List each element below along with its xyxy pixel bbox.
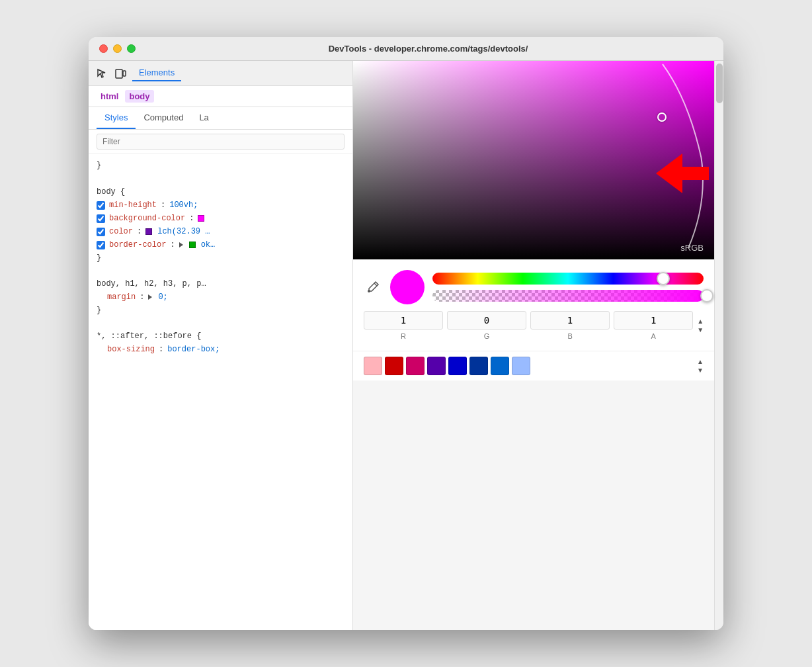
- rgba-r-group: R: [364, 311, 443, 340]
- swatch-purple[interactable]: [427, 357, 446, 375]
- close-button[interactable]: [99, 44, 108, 53]
- maximize-button[interactable]: [127, 44, 136, 53]
- gradient-cursor[interactable]: [657, 112, 667, 122]
- rgba-b-group: B: [530, 311, 610, 340]
- rgba-g-group: G: [447, 311, 526, 340]
- color-gradient[interactable]: sRGB: [353, 61, 714, 259]
- swatches-row: ▲ ▼: [353, 351, 714, 380]
- alpha-thumb[interactable]: [700, 289, 713, 302]
- css-area: } body { min-height : 100vh; backg: [89, 154, 352, 630]
- color-swatch[interactable]: [145, 228, 152, 235]
- css-rule-min-height: min-height : 100vh;: [97, 199, 345, 212]
- rgba-b-input[interactable]: [530, 311, 610, 330]
- filter-bar: [89, 130, 352, 154]
- css-closing-brace-2: }: [97, 251, 345, 265]
- swatch-hotpink[interactable]: [406, 357, 425, 375]
- cp-controls: R G B A ▲ ▼: [353, 259, 714, 351]
- svg-marker-2: [656, 154, 709, 193]
- rgba-inputs: R G B A ▲ ▼: [364, 311, 704, 340]
- css-rule-border-color: border-color : ok…: [97, 238, 345, 251]
- css-checkbox-border-color[interactable]: [97, 241, 105, 249]
- swatch-red[interactable]: [385, 357, 403, 375]
- rgba-a-label: A: [651, 332, 655, 340]
- tab-computed[interactable]: Computed: [136, 107, 191, 129]
- breadcrumb: html body: [89, 86, 352, 107]
- scrollbar[interactable]: [714, 61, 723, 630]
- swatch-pink[interactable]: [364, 357, 382, 375]
- svg-rect-1: [123, 71, 126, 76]
- rgba-spinner[interactable]: ▲ ▼: [697, 318, 704, 334]
- rgba-a-group: A: [614, 311, 693, 340]
- swatch-navy[interactable]: [469, 357, 488, 375]
- breadcrumb-html[interactable]: html: [97, 90, 122, 103]
- swatch-lightblue[interactable]: [512, 357, 530, 375]
- bg-color-swatch[interactable]: [198, 215, 204, 222]
- rgba-g-input[interactable]: [447, 311, 526, 330]
- devtools-panel: Elements html body Styles Computed La: [89, 61, 353, 630]
- colorpicker-panel: sRGB: [353, 61, 714, 630]
- css-rule-margin: margin : 0;: [97, 290, 345, 304]
- browser-window: DevTools - developer.chrome.com/tags/dev…: [89, 37, 723, 630]
- minimize-button[interactable]: [113, 44, 122, 53]
- breadcrumb-body[interactable]: body: [125, 90, 153, 103]
- css-rule-color: color : lch(32.39 …: [97, 225, 345, 238]
- srgb-label: sRGB: [680, 243, 704, 253]
- border-color-swatch[interactable]: [189, 242, 196, 248]
- rgba-r-label: R: [401, 332, 406, 340]
- css-selector-body-h1: body, h1, h2, h3, p, p…: [97, 277, 345, 290]
- swatch-blue[interactable]: [491, 357, 509, 375]
- swatch-darkblue[interactable]: [448, 357, 467, 375]
- device-icon[interactable]: [114, 67, 127, 80]
- filter-input[interactable]: [97, 134, 345, 150]
- eyedropper-button[interactable]: [364, 278, 382, 296]
- triangle-icon[interactable]: [179, 242, 183, 247]
- hue-thumb[interactable]: [657, 272, 670, 285]
- css-checkbox-bg-color[interactable]: [97, 214, 105, 223]
- cp-row1: [364, 270, 704, 304]
- traffic-lights: [99, 44, 136, 53]
- tab-layout[interactable]: La: [191, 107, 216, 129]
- rgba-b-label: B: [567, 332, 572, 340]
- rgba-a-input[interactable]: [614, 311, 693, 330]
- sliders-area: [432, 273, 704, 302]
- css-closing-brace-1: }: [97, 159, 345, 173]
- margin-triangle-icon[interactable]: [148, 294, 152, 300]
- alpha-slider[interactable]: [432, 290, 704, 302]
- red-arrow-annotation: [656, 154, 709, 193]
- rgba-g-label: G: [484, 332, 490, 340]
- titlebar: DevTools - developer.chrome.com/tags/dev…: [89, 37, 723, 61]
- css-selector-star: *, ::after, ::before {: [97, 330, 345, 343]
- rgba-r-input[interactable]: [364, 311, 443, 330]
- hue-slider[interactable]: [432, 273, 704, 285]
- css-checkbox-color[interactable]: [97, 228, 105, 236]
- color-preview: [390, 270, 425, 304]
- window-title: DevTools - developer.chrome.com/tags/dev…: [143, 44, 713, 54]
- svg-line-3: [374, 283, 377, 286]
- devtools-toolbar: Elements: [89, 61, 352, 86]
- css-closing-brace-3: }: [97, 304, 345, 317]
- svg-point-4: [368, 290, 370, 292]
- tab-styles[interactable]: Styles: [97, 107, 136, 129]
- gamut-line: [353, 61, 714, 255]
- inspect-icon[interactable]: [95, 67, 108, 80]
- scrollbar-thumb[interactable]: [716, 64, 723, 103]
- swatches-spinner[interactable]: ▲ ▼: [697, 358, 704, 374]
- main-content: Elements html body Styles Computed La: [89, 61, 723, 630]
- tab-elements[interactable]: Elements: [132, 65, 181, 81]
- css-checkbox-min-height[interactable]: [97, 201, 105, 210]
- css-selector-body: body {: [97, 185, 345, 199]
- styles-tabs: Styles Computed La: [89, 107, 352, 130]
- css-rule-background-color: background-color :: [97, 212, 345, 225]
- svg-rect-0: [116, 69, 122, 78]
- css-rule-box-sizing: box-sizing : border-box;: [97, 343, 345, 357]
